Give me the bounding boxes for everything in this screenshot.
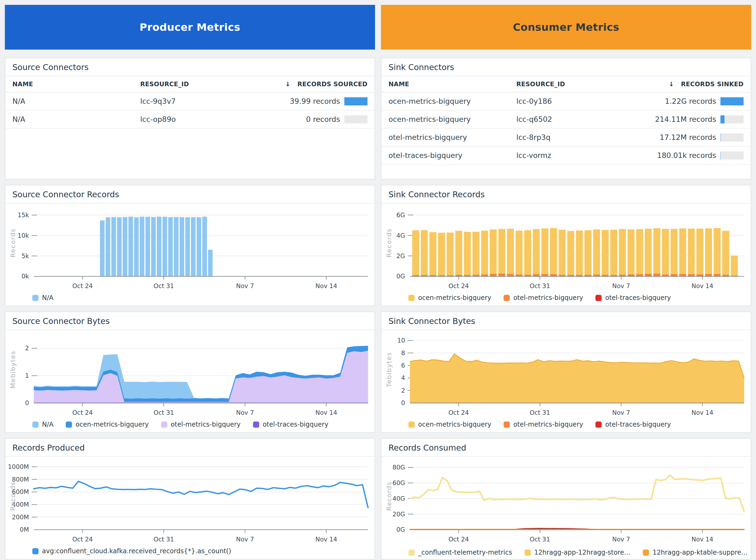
svg-text:2: 2: [401, 387, 405, 394]
legend-item[interactable]: otel-metrics-bigquery: [504, 294, 583, 302]
records-value-bar: [720, 115, 743, 123]
legend-item[interactable]: 12hragg-app-ktable-suppre…: [643, 549, 748, 556]
records-produced-chart[interactable]: 0M200M400M600M800M1000MRecordsOct 24Oct …: [5, 457, 374, 547]
table-row[interactable]: N/Alcc-op89o0 records: [5, 111, 374, 128]
legend-swatch: [408, 549, 415, 556]
table-header-row: NAME RESOURCE_ID ↓ RECORDS SOURCED: [5, 76, 374, 93]
legend-item[interactable]: 12hragg-app-12hragg-store…: [525, 549, 630, 556]
column-header-name[interactable]: NAME: [13, 81, 140, 87]
producer-title: Producer Metrics: [140, 21, 240, 33]
svg-text:2: 2: [25, 345, 29, 352]
svg-text:8: 8: [401, 349, 405, 357]
svg-text:Oct 24: Oct 24: [72, 409, 93, 416]
records-consumed-chart[interactable]: 0G20G40G60G80GRecordsOct 24Oct 31Nov 7No…: [382, 457, 751, 547]
source-connector-records-chart[interactable]: 0k5k10k15kRecordsOct 24Oct 31Nov 7Nov 14: [5, 203, 374, 294]
cell-resource-id: lcc-op89o: [140, 115, 261, 123]
chart-legend: _confluent-telemetry-metrics12hragg-app-…: [382, 547, 751, 558]
svg-text:Oct 31: Oct 31: [530, 409, 550, 416]
chart-canvas[interactable]: 0G2G4G6GRecordsOct 24Oct 31Nov 7Nov 14: [382, 205, 750, 294]
svg-text:10k: 10k: [18, 232, 29, 239]
svg-text:Nov 7: Nov 7: [236, 536, 254, 543]
records-value-bar-fill: [720, 134, 721, 141]
source-connector-bytes-card: Source Connector Bytes 012MebibytesOct 2…: [5, 312, 375, 433]
svg-text:0: 0: [401, 399, 405, 406]
legend-swatch: [525, 549, 531, 556]
chart-title: Sink Connector Records: [382, 185, 751, 203]
chart-canvas[interactable]: 0k5k10k15kRecordsOct 24Oct 31Nov 7Nov 14: [6, 205, 374, 294]
cell-name: otel-traces-bigquery: [389, 151, 516, 160]
table-row[interactable]: otel-metrics-bigquerylcc-8rp3q17.12M rec…: [382, 128, 751, 146]
legend-item[interactable]: N/A: [32, 421, 53, 428]
svg-text:4G: 4G: [396, 232, 405, 239]
legend-swatch: [408, 295, 415, 301]
legend-item[interactable]: _confluent-telemetry-metrics: [408, 549, 512, 556]
source-connectors-rows: N/Alcc-9q3v739.99 recordsN/Alcc-op89o0 r…: [5, 93, 374, 128]
svg-text:Nov 14: Nov 14: [692, 536, 713, 543]
column-header-name[interactable]: NAME: [389, 81, 516, 87]
legend-item[interactable]: otel-metrics-bigquery: [161, 421, 241, 428]
records-value: 39.99 records: [290, 97, 340, 105]
chart-legend: N/A: [5, 294, 374, 302]
svg-text:4: 4: [401, 374, 405, 381]
table-row[interactable]: N/Alcc-9q3v739.99 records: [5, 93, 374, 111]
svg-text:Oct 31: Oct 31: [530, 536, 550, 543]
records-value-bar: [720, 152, 743, 160]
source-connector-bytes-chart[interactable]: 012MebibytesOct 24Oct 31Nov 7Nov 14: [5, 330, 374, 420]
y-axis-label: Tebibytes: [385, 352, 393, 387]
chart-canvas[interactable]: 012MebibytesOct 24Oct 31Nov 7Nov 14: [6, 332, 374, 420]
table-row[interactable]: ocen-metrics-bigquerylcc-0y1861.22G reco…: [382, 93, 751, 111]
cell-records: 1.22G records: [637, 97, 743, 105]
svg-text:80G: 80G: [392, 464, 405, 471]
column-header-records-sinked[interactable]: ↓ RECORDS SINKED: [637, 81, 743, 87]
chart-title: Source Connector Records: [5, 185, 374, 203]
column-header-resource-id[interactable]: RESOURCE_ID: [516, 81, 637, 87]
table-row[interactable]: otel-traces-bigquerylcc-vormz180.01k rec…: [382, 146, 751, 165]
legend-item[interactable]: avg:confluent_cloud.kafka.received_recor…: [32, 547, 231, 555]
cell-resource-id: lcc-9q3v7: [140, 97, 261, 105]
sink-connectors-card: Sink Connectors NAME RESOURCE_ID ↓ RECOR…: [381, 58, 751, 179]
legend-item[interactable]: ocen-metrics-bigquery: [408, 294, 491, 302]
legend-item[interactable]: ocen-metrics-bigquery: [408, 421, 491, 428]
consumer-title: Consumer Metrics: [513, 21, 619, 33]
svg-text:Oct 24: Oct 24: [448, 409, 469, 416]
cell-name: N/A: [13, 97, 140, 105]
records-value: 17.12M records: [660, 133, 716, 141]
svg-text:0M: 0M: [20, 526, 29, 533]
sort-desc-icon: ↓: [669, 81, 674, 87]
sink-connector-records-chart[interactable]: 0G2G4G6GRecordsOct 24Oct 31Nov 7Nov 14: [382, 203, 751, 294]
svg-text:1: 1: [25, 372, 29, 379]
svg-text:15k: 15k: [18, 212, 29, 219]
column-header-resource-id[interactable]: RESOURCE_ID: [140, 81, 261, 87]
legend-swatch: [161, 421, 167, 428]
legend-item[interactable]: otel-traces-bigquery: [595, 294, 671, 302]
legend-item[interactable]: N/A: [32, 294, 53, 302]
legend-item[interactable]: otel-traces-bigquery: [595, 421, 671, 428]
producer-column: Producer Metrics Source Connectors NAME …: [5, 5, 375, 560]
svg-text:10: 10: [397, 337, 405, 344]
sink-connector-bytes-chart[interactable]: 0246810TebibytesOct 24Oct 31Nov 7Nov 14: [382, 330, 751, 420]
column-header-records-label: RECORDS SINKED: [681, 81, 743, 87]
legend-swatch: [504, 421, 510, 428]
sink-connector-bytes-card: Sink Connector Bytes 0246810TebibytesOct…: [381, 312, 751, 433]
svg-text:Nov 7: Nov 7: [612, 536, 630, 543]
table-row[interactable]: ocen-metrics-bigquerylcc-q6502214.11M re…: [382, 111, 751, 128]
chart-legend: ocen-metrics-bigqueryotel-metrics-bigque…: [382, 294, 751, 302]
cell-resource-id: lcc-vormz: [516, 151, 637, 160]
chart-canvas[interactable]: 0246810TebibytesOct 24Oct 31Nov 7Nov 14: [382, 332, 750, 420]
records-value-bar: [344, 97, 367, 105]
chart-canvas[interactable]: 0M200M400M600M800M1000MRecordsOct 24Oct …: [6, 458, 374, 547]
legend-item[interactable]: otel-traces-bigquery: [253, 421, 328, 428]
legend-item[interactable]: otel-metrics-bigquery: [504, 421, 583, 428]
legend-item[interactable]: ocen-metrics-bigquery: [66, 421, 148, 428]
records-value: 214.11M records: [655, 115, 716, 123]
svg-text:Nov 7: Nov 7: [612, 282, 630, 289]
records-consumed-card: Records Consumed 0G20G40G60G80GRecordsOc…: [381, 438, 751, 559]
records-value-bar: [720, 134, 743, 141]
column-header-records-sourced[interactable]: ↓ RECORDS SOURCED: [261, 81, 367, 87]
chart-canvas[interactable]: 0G20G40G60G80GRecordsOct 24Oct 31Nov 7No…: [382, 458, 750, 547]
svg-text:0: 0: [25, 399, 29, 406]
cell-name: ocen-metrics-bigquery: [389, 115, 516, 123]
y-axis-label: Records: [9, 228, 17, 258]
chart-legend: avg:confluent_cloud.kafka.received_recor…: [5, 547, 374, 555]
svg-text:Oct 24: Oct 24: [72, 282, 93, 289]
